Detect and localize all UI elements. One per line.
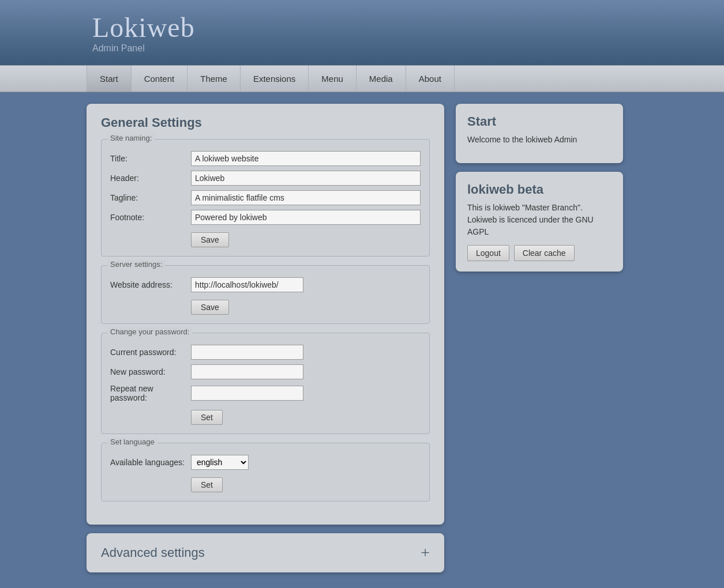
beta-card-buttons: Logout Clear cache: [467, 245, 612, 261]
footnote-input[interactable]: [191, 210, 421, 225]
title-label: Title:: [110, 154, 191, 163]
start-card-text: Welcome to the lokiweb Admin: [467, 134, 612, 146]
left-panel: General Settings Site naming: Title: Hea…: [87, 104, 444, 572]
footnote-row: Footnote:: [110, 210, 421, 225]
app-subtitle: Admin Panel: [92, 43, 195, 54]
nav-item-media[interactable]: Media: [357, 66, 406, 92]
main-content: General Settings Site naming: Title: Hea…: [0, 92, 724, 584]
start-card-title: Start: [467, 114, 612, 129]
repeat-password-label: Repeat new password:: [110, 384, 191, 402]
site-naming-legend: Site naming:: [107, 134, 155, 142]
tagline-label: Tagline:: [110, 193, 191, 202]
website-address-input[interactable]: [191, 277, 303, 292]
header-row: Header:: [110, 171, 421, 186]
new-password-row: New password:: [110, 364, 421, 379]
tagline-row: Tagline:: [110, 190, 421, 205]
site-naming-section: Site naming: Title: Header: Tagline: Foo…: [101, 139, 430, 257]
change-password-legend: Change your password:: [107, 327, 192, 336]
repeat-password-input[interactable]: [191, 386, 303, 401]
clear-cache-button[interactable]: Clear cache: [514, 245, 575, 261]
language-select[interactable]: english german french spanish: [191, 455, 249, 470]
site-naming-save-button[interactable]: Save: [191, 232, 229, 247]
current-password-row: Current password:: [110, 345, 421, 360]
nav-item-start[interactable]: Start: [87, 66, 132, 92]
general-settings-title: General Settings: [101, 115, 430, 130]
change-password-section: Change your password: Current password: …: [101, 333, 430, 434]
app-name: Lokiweb: [92, 12, 195, 43]
nav-item-extensions[interactable]: Extensions: [241, 66, 309, 92]
current-password-label: Current password:: [110, 348, 191, 357]
navbar: Start Content Theme Extensions Menu Medi…: [0, 65, 724, 92]
nav-item-about[interactable]: About: [406, 66, 455, 92]
website-address-label: Website address:: [110, 280, 191, 289]
nav-item-content[interactable]: Content: [132, 66, 188, 92]
language-set-button[interactable]: Set: [191, 477, 223, 492]
expand-icon: +: [421, 544, 430, 562]
header-label: Header:: [110, 174, 191, 183]
current-password-input[interactable]: [191, 345, 303, 360]
password-set-button[interactable]: Set: [191, 410, 223, 425]
beta-card-title: lokiweb beta: [467, 182, 612, 197]
title-input[interactable]: [191, 151, 421, 166]
header-input[interactable]: [191, 171, 421, 186]
set-language-section: Set language Available languages: englis…: [101, 443, 430, 502]
server-settings-section: Server settings: Website address: Save: [101, 265, 430, 324]
nav-item-theme[interactable]: Theme: [187, 66, 241, 92]
nav-item-menu[interactable]: Menu: [309, 66, 357, 92]
tagline-input[interactable]: [191, 190, 421, 205]
new-password-label: New password:: [110, 367, 191, 376]
website-address-row: Website address:: [110, 277, 421, 292]
logo: Lokiweb Admin Panel: [92, 12, 195, 54]
repeat-password-row: Repeat new password:: [110, 384, 421, 402]
advanced-settings-card[interactable]: Advanced settings +: [87, 533, 444, 572]
beta-card-text: This is lokiweb "Master Branch". Lokiweb…: [467, 202, 612, 238]
footnote-label: Footnote:: [110, 213, 191, 222]
general-settings-card: General Settings Site naming: Title: Hea…: [87, 104, 444, 525]
header: Lokiweb Admin Panel: [0, 0, 724, 65]
new-password-input[interactable]: [191, 364, 303, 379]
advanced-settings-title: Advanced settings: [101, 545, 205, 560]
server-settings-save-button[interactable]: Save: [191, 300, 229, 315]
right-panel: Start Welcome to the lokiweb Admin lokiw…: [456, 104, 623, 280]
logout-button[interactable]: Logout: [467, 245, 509, 261]
server-settings-legend: Server settings:: [107, 260, 165, 269]
beta-card: lokiweb beta This is lokiweb "Master Bra…: [456, 172, 623, 272]
title-row: Title:: [110, 151, 421, 166]
language-row: Available languages: english german fren…: [110, 455, 421, 470]
set-language-legend: Set language: [107, 438, 157, 446]
start-card: Start Welcome to the lokiweb Admin: [456, 104, 623, 163]
available-languages-label: Available languages:: [110, 458, 191, 467]
